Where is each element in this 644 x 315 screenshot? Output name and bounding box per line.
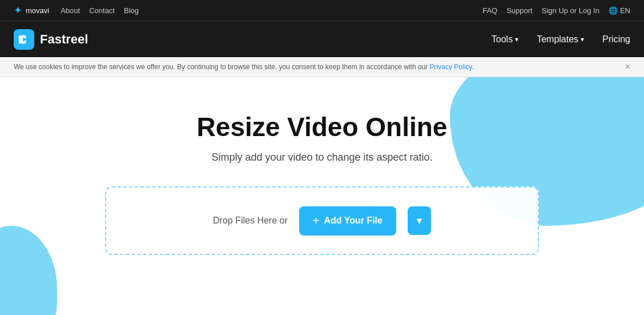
blob-bottom-left [0, 226, 57, 315]
tools-chevron-icon: ▾ [515, 35, 518, 43]
movavi-dot-icon: ✦ [14, 4, 22, 17]
cookie-text: We use cookies to improve the services w… [14, 63, 474, 71]
globe-icon: 🌐 [609, 6, 618, 15]
nav-pricing[interactable]: Pricing [602, 34, 630, 45]
nav-about[interactable]: About [61, 6, 80, 15]
plus-icon: + [313, 214, 320, 228]
link-signup[interactable]: Sign Up or Log In [542, 6, 599, 15]
hero-content: Resize Video Online Simply add your vide… [94, 111, 550, 255]
nav-tools[interactable]: Tools ▾ [492, 34, 518, 45]
drop-zone[interactable]: Drop Files Here or + Add Your File ▾ [105, 186, 539, 255]
lang-label: EN [620, 6, 630, 15]
top-bar-nav: About Contact Blog [61, 6, 139, 15]
top-bar-left: ✦ movavi About Contact Blog [14, 4, 139, 17]
movavi-logo: ✦ movavi [14, 4, 49, 17]
brand: Fastreel [14, 29, 88, 50]
hero-title: Resize Video Online [197, 111, 448, 142]
drop-text: Drop Files Here or [213, 216, 288, 226]
templates-chevron-icon: ▾ [581, 35, 584, 43]
main-nav: Fastreel Tools ▾ Templates ▾ Pricing [0, 21, 644, 57]
chevron-down-icon: ▾ [417, 214, 422, 227]
dropdown-button[interactable]: ▾ [408, 206, 431, 235]
fastreel-logo-icon [18, 33, 30, 46]
hero-subtitle: Simply add your video to change its aspe… [211, 151, 432, 164]
lang-button[interactable]: 🌐 EN [609, 6, 630, 15]
link-faq[interactable]: FAQ [482, 6, 497, 15]
add-file-label: Add Your File [324, 216, 383, 226]
link-support[interactable]: Support [506, 6, 533, 15]
nav-templates[interactable]: Templates ▾ [537, 34, 584, 45]
cookie-banner: We use cookies to improve the services w… [0, 57, 644, 77]
nav-contact[interactable]: Contact [89, 6, 115, 15]
top-bar-right: FAQ Support Sign Up or Log In 🌐 EN [482, 6, 630, 15]
brand-icon [14, 29, 34, 50]
top-bar: ✦ movavi About Contact Blog FAQ Support … [0, 0, 644, 21]
nav-links: Tools ▾ Templates ▾ Pricing [492, 34, 630, 45]
hero-section: Resize Video Online Simply add your vide… [0, 77, 644, 315]
movavi-label: movavi [26, 6, 49, 15]
privacy-policy-link[interactable]: Privacy Policy [430, 63, 472, 71]
nav-blog[interactable]: Blog [124, 6, 139, 15]
add-file-button[interactable]: + Add Your File [299, 206, 396, 236]
brand-name[interactable]: Fastreel [40, 32, 88, 47]
cookie-close-button[interactable]: × [625, 62, 630, 72]
